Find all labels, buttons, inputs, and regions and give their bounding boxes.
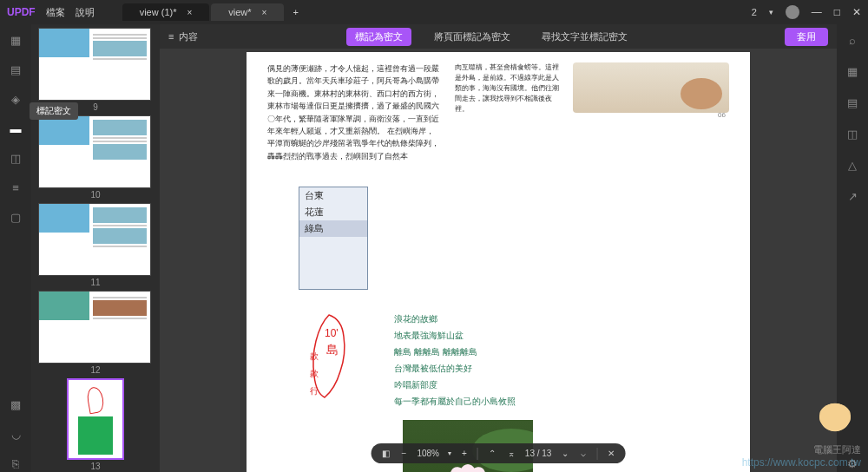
- toc-icon[interactable]: ≡: [168, 31, 174, 42]
- tooltip-redact: 標記密文: [30, 102, 78, 120]
- thumb-label: 12: [38, 365, 153, 375]
- prev-page-icon[interactable]: ⌃: [487, 447, 497, 460]
- page-canvas[interactable]: 偶見的薄便瀬跡，才令人憶起，這裡曾有過一段嚴歌的歲月。當年天兵車珍莊子，阿兵哥為…: [160, 49, 837, 472]
- crop-icon[interactable]: ▢: [7, 208, 24, 226]
- sign-icon[interactable]: ◫: [844, 125, 861, 142]
- highlight-redact-button[interactable]: 標記為密文: [346, 28, 411, 46]
- toc-label: 内容: [179, 30, 198, 43]
- thumb-9[interactable]: 9: [38, 28, 153, 112]
- form-icon[interactable]: ▤: [844, 94, 861, 111]
- list-item[interactable]: 花蓮: [299, 204, 367, 220]
- top-paragraph: 偶見的薄便瀬跡，才令人憶起，這裡曾有過一段嚴歌的歲月。當年天兵車珍莊子，阿兵哥為…: [267, 62, 441, 162]
- maximize-button[interactable]: □: [834, 6, 840, 18]
- next-page-icon[interactable]: ⌵: [579, 447, 588, 460]
- redact-tool-icon[interactable]: ▬: [7, 120, 24, 137]
- list-item-selected[interactable]: 綠島: [299, 220, 367, 237]
- toolbar: ≡ 内容 標記為密文 將頁面標記為密文 尋找文字並標記密文 套用: [160, 24, 837, 49]
- svg-text:島: 島: [326, 343, 339, 357]
- first-page-icon[interactable]: ⌅: [506, 447, 516, 460]
- watermark-url: https://www.kocpc.com.tw: [742, 456, 861, 469]
- zoom-in-button[interactable]: +: [460, 447, 469, 460]
- share-icon[interactable]: △: [844, 156, 861, 174]
- tab-view1[interactable]: view (1)* ×: [122, 3, 210, 21]
- thumb-label: 11: [38, 278, 153, 287]
- close-bar-button[interactable]: ✕: [606, 447, 616, 460]
- minimize-button[interactable]: —: [812, 6, 822, 18]
- layers-icon[interactable]: ≡: [7, 179, 24, 196]
- menu-help[interactable]: 說明: [76, 6, 95, 19]
- chat-icon[interactable]: ▩: [7, 396, 24, 413]
- bookmarks-icon[interactable]: ▤: [7, 61, 24, 78]
- svg-text:10': 10': [325, 327, 339, 339]
- left-rail: ▦ ▤ ◈ ▬ ◫ ≡ ▢ ▩ ◡ ⎘: [0, 24, 31, 472]
- poem-text: 浪花的故鄉 地表最強海鮮山盆 離島 離離島 離離離島 台灣最被低估的美好 吟唱新…: [394, 311, 516, 410]
- zoom-level: 108%: [417, 449, 439, 458]
- app-logo: UPDF: [7, 6, 36, 18]
- close-button[interactable]: ✕: [852, 6, 861, 18]
- tab-close-icon[interactable]: ×: [187, 8, 192, 17]
- thumbnails-icon[interactable]: ▦: [7, 31, 24, 49]
- fit-width-icon[interactable]: ◧: [380, 447, 391, 460]
- page-redact-button[interactable]: 將頁面標記為密文: [425, 28, 519, 46]
- thumb-label: 13: [38, 462, 153, 471]
- tab-close-icon[interactable]: ×: [262, 8, 267, 17]
- tab-label: view (1)*: [140, 7, 177, 17]
- avatar[interactable]: [786, 5, 799, 19]
- thumb-10[interactable]: 10: [38, 115, 153, 200]
- sidebar-text: 肉互噬構，甚至會構食螃等。這裡是外島，是前線。不過線享此是人類的事，海海沒有國境…: [455, 62, 559, 115]
- tab-view[interactable]: view* ×: [211, 3, 284, 21]
- list-item[interactable]: 台東: [299, 187, 367, 204]
- zoom-toolbar: ◧ − 108% ▾ + ⌃ ⌅ 13 / 13 ⌄ ⌵ ✕: [372, 443, 626, 463]
- find-redact-button[interactable]: 尋找文字並標記密文: [533, 28, 636, 46]
- thumb-11[interactable]: 11: [38, 203, 153, 287]
- annotations-icon[interactable]: ◈: [7, 90, 24, 108]
- watermark: 電腦王阿達 https://www.kocpc.com.tw: [742, 393, 861, 469]
- watermark-name: 電腦王阿達: [742, 443, 861, 456]
- thumbnail-panel: 9 10 11 12 13: [31, 24, 160, 472]
- apply-button[interactable]: 套用: [785, 28, 828, 46]
- thumb-12[interactable]: 12: [38, 291, 153, 375]
- thumb-13[interactable]: 13: [38, 378, 153, 471]
- export-icon[interactable]: ↗: [844, 187, 861, 205]
- tab-label: view*: [228, 7, 251, 17]
- photo-caption: 06: [718, 110, 726, 121]
- search-icon[interactable]: ⌕: [844, 31, 861, 49]
- taiwan-map-graphic: 10' 島 款 款 行: [299, 311, 359, 406]
- crab-photo: 06: [573, 62, 729, 113]
- edit-icon[interactable]: ▦: [844, 62, 861, 80]
- tab-add-button[interactable]: +: [286, 3, 305, 21]
- location-list[interactable]: 台東 花蓮 綠島: [299, 187, 368, 290]
- last-page-icon[interactable]: ⌄: [560, 447, 570, 460]
- attachments-icon[interactable]: ◫: [7, 149, 24, 167]
- attach-icon[interactable]: ⎘: [7, 455, 24, 472]
- zoom-out-button[interactable]: −: [400, 447, 409, 460]
- menu-file[interactable]: 檔案: [46, 6, 65, 19]
- page-indicator: 13 / 13: [525, 449, 552, 458]
- bookmark-icon[interactable]: ◡: [7, 425, 24, 442]
- thumb-label: 10: [38, 190, 153, 200]
- badge-count: 2: [752, 7, 757, 17]
